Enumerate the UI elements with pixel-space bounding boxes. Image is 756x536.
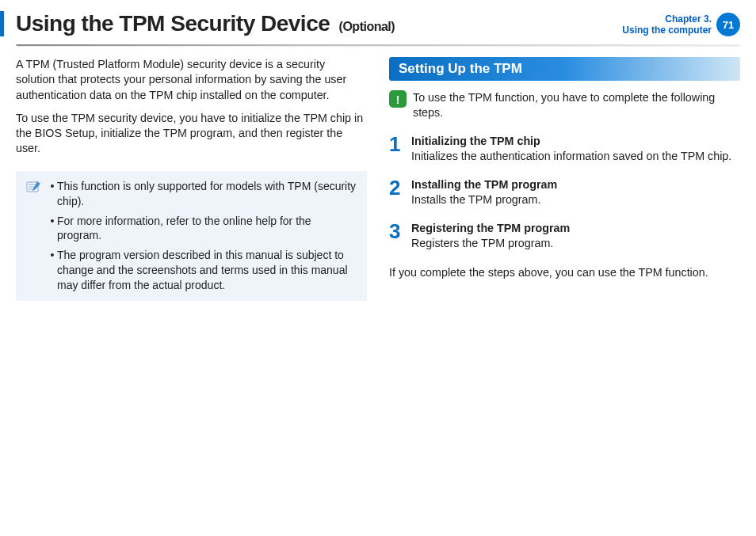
chapter-block: Chapter 3. Using the computer xyxy=(622,13,712,36)
alert-text: To use the TPM function, you have to com… xyxy=(413,90,740,120)
page-title: Using the TPM Security Device (Optional) xyxy=(16,11,395,36)
section-heading: Setting Up the TPM xyxy=(389,57,740,81)
step-title: Registering the TPM program xyxy=(411,221,740,236)
note-box: • This function is only supported for mo… xyxy=(16,171,367,301)
page-title-text: Using the TPM Security Device xyxy=(16,11,330,36)
step-body: Installing the TPM program Installs the … xyxy=(411,177,740,207)
bullet-icon: • xyxy=(48,214,57,244)
chapter-line-2: Using the computer xyxy=(622,25,712,36)
intro-paragraph-2: To use the TPM security device, you have… xyxy=(16,111,367,157)
step-number: 1 xyxy=(389,134,411,154)
step-number: 2 xyxy=(389,177,411,198)
page-title-suffix: (Optional) xyxy=(339,20,395,33)
intro-paragraph-1: A TPM (Trusted Platform Module) security… xyxy=(16,57,367,103)
step-item: 3 Registering the TPM program Registers … xyxy=(389,221,740,250)
step-number: 3 xyxy=(389,221,411,241)
right-column: Setting Up the TPM ! To use the TPM func… xyxy=(389,57,740,301)
note-text: For more information, refer to the onlin… xyxy=(57,214,357,244)
alert-icon: ! xyxy=(389,90,407,108)
note-text: The program version described in this ma… xyxy=(57,248,357,293)
step-desc: Registers the TPM program. xyxy=(411,236,740,251)
page-header: Using the TPM Security Device (Optional)… xyxy=(0,0,756,40)
left-column: A TPM (Trusted Platform Module) security… xyxy=(16,57,367,301)
content-columns: A TPM (Trusted Platform Module) security… xyxy=(0,46,756,301)
memo-icon xyxy=(25,180,44,194)
step-body: Initializing the TPM chip Initializes th… xyxy=(411,134,740,163)
alert-row: ! To use the TPM function, you have to c… xyxy=(389,90,740,120)
step-title: Installing the TPM program xyxy=(411,177,740,192)
page-number-badge: 71 xyxy=(716,13,740,36)
bullet-icon: • xyxy=(48,179,57,209)
header-right: Chapter 3. Using the computer 71 xyxy=(622,13,740,36)
step-item: 1 Initializing the TPM chip Initializes … xyxy=(389,134,740,163)
note-icon-spacer xyxy=(25,249,44,263)
note-icon-spacer xyxy=(25,215,44,229)
chapter-line-1: Chapter 3. xyxy=(622,13,712,25)
note-text: This function is only supported for mode… xyxy=(57,179,357,209)
step-body: Registering the TPM program Registers th… xyxy=(411,221,740,250)
step-desc: Initializes the authentication informati… xyxy=(411,149,740,164)
bullet-icon: • xyxy=(48,248,57,293)
note-item: • For more information, refer to the onl… xyxy=(25,214,357,244)
step-item: 2 Installing the TPM program Installs th… xyxy=(389,177,740,207)
document-page: Using the TPM Security Device (Optional)… xyxy=(0,0,756,536)
step-title: Initializing the TPM chip xyxy=(411,134,740,149)
closing-paragraph: If you complete the steps above, you can… xyxy=(389,265,740,280)
note-item: • The program version described in this … xyxy=(25,248,357,293)
note-item: • This function is only supported for mo… xyxy=(25,179,357,209)
step-desc: Installs the TPM program. xyxy=(411,192,740,207)
